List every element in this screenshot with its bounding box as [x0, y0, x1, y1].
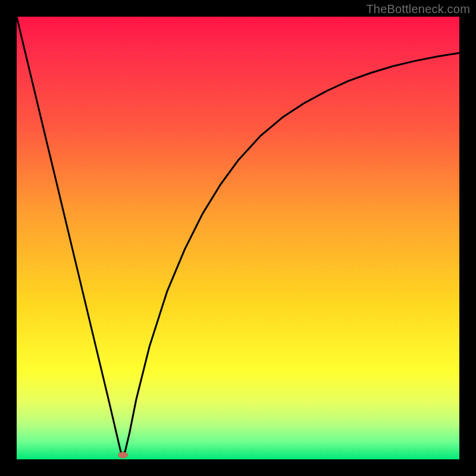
curve-line — [17, 17, 459, 455]
chart-frame: TheBottleneck.com — [0, 0, 476, 476]
watermark-text: TheBottleneck.com — [366, 2, 470, 16]
min-marker — [118, 452, 127, 458]
plot-svg — [17, 17, 459, 459]
plot-area — [17, 17, 459, 459]
